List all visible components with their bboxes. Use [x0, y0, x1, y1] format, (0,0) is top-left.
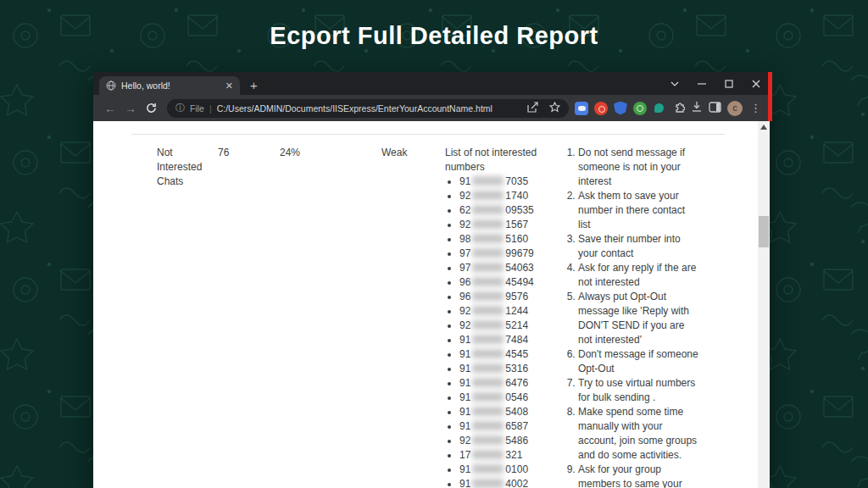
url-text: C:/Users/ADMIN/Documents/IISExpress/Ente…	[217, 103, 492, 114]
maximize-button[interactable]	[715, 72, 743, 95]
phone-number-item: 916476	[459, 376, 548, 391]
phone-number-item: 914002	[459, 477, 548, 488]
privacy-blur	[472, 248, 504, 258]
phone-number-item: 917035	[459, 175, 548, 189]
privacy-blur	[472, 378, 504, 387]
red-edge-marker	[768, 72, 772, 121]
page-info-icon[interactable]: ⓘ	[175, 102, 185, 114]
privacy-blur	[472, 392, 504, 402]
privacy-blur	[472, 450, 504, 459]
scroll-up-arrow-icon[interactable]	[760, 125, 767, 130]
extensions-area: c ⋮	[575, 100, 763, 117]
url-scheme: File	[190, 103, 204, 114]
extensions-puzzle-icon[interactable]	[671, 100, 685, 117]
phone-number-item: 17321	[459, 448, 548, 463]
privacy-blur	[472, 277, 504, 286]
privacy-blur	[472, 320, 504, 330]
address-bar[interactable]: ⓘ File | C:/Users/ADMIN/Documents/IISExp…	[167, 99, 569, 118]
url-separator: |	[209, 103, 212, 114]
advice-item: Ask for any reply if the are not interes…	[578, 261, 700, 290]
phone-number-item: 985160	[459, 232, 548, 247]
numbers-column: List of not interested numbers 917035 92…	[445, 146, 548, 488]
advice-item: Do not send message if someone is not in…	[578, 146, 700, 189]
phone-number-item: 9754063	[459, 261, 548, 275]
privacy-blur	[472, 191, 504, 200]
side-panel-icon[interactable]	[709, 101, 721, 116]
advice-list: Do not send message if someone is not in…	[565, 146, 700, 488]
ext-video-downloader-icon[interactable]	[575, 102, 588, 115]
chevron-down-icon[interactable]	[661, 72, 688, 95]
bookmark-star-icon[interactable]	[549, 101, 560, 116]
privacy-blur	[472, 363, 504, 373]
phone-number-item: 9799679	[459, 247, 548, 261]
phone-number-item: 910100	[459, 463, 548, 477]
forward-button[interactable]: →	[120, 98, 141, 119]
row-label: Not Interested Chats	[157, 146, 211, 189]
window-controls	[661, 72, 770, 95]
phone-number-item: 921740	[459, 189, 548, 203]
privacy-blur	[472, 407, 504, 416]
privacy-blur	[472, 219, 504, 229]
advice-item: Ask them to save your number in there co…	[578, 189, 700, 232]
phone-number-item: 914545	[459, 347, 548, 362]
phone-number-item: 916587	[459, 419, 548, 434]
tab-close-icon[interactable]: ✕	[225, 81, 233, 91]
privacy-blur	[472, 349, 504, 358]
report-page: Not Interested Chats 76 24% Weak List of…	[93, 121, 770, 488]
privacy-blur	[472, 291, 504, 301]
ext-shield-icon[interactable]	[614, 102, 627, 115]
close-window-button[interactable]	[743, 72, 770, 95]
advice-item: Save their number into your contact	[578, 232, 700, 261]
table-row-divider	[131, 134, 725, 135]
scrollbar-thumb[interactable]	[759, 216, 769, 247]
profile-avatar[interactable]: c	[727, 101, 743, 116]
omnibox-actions	[527, 101, 560, 116]
advice-item: Always put Opt-Out message like 'Reply w…	[578, 290, 700, 347]
not-interested-numbers-list: 917035 921740 6209535 921567 985160 9799…	[445, 175, 548, 488]
ext-adblock-icon[interactable]	[594, 102, 608, 115]
minimize-button[interactable]	[688, 72, 715, 95]
row-count: 76	[218, 146, 229, 160]
tab-title: Hello, world!	[121, 80, 220, 91]
share-icon[interactable]	[527, 101, 539, 116]
page-scrollbar[interactable]	[758, 121, 770, 488]
download-icon[interactable]	[691, 101, 703, 116]
page-title: Ecport Full Detailed Report	[0, 22, 868, 50]
ext-green-icon[interactable]	[633, 102, 647, 115]
browser-tab[interactable]: Hello, world! ✕	[99, 76, 240, 95]
advice-item: Don't message if someone Opt-Out	[578, 347, 700, 376]
advice-column: Do not send message if someone is not in…	[565, 146, 700, 488]
privacy-blur	[472, 421, 504, 430]
reload-button[interactable]	[141, 98, 161, 119]
row-strength: Weak	[381, 146, 407, 160]
phone-number-item: 925486	[459, 434, 548, 448]
privacy-blur	[472, 205, 504, 214]
new-tab-button[interactable]: +	[250, 79, 258, 92]
phone-number-item: 915408	[459, 405, 548, 419]
phone-number-item: 9645494	[459, 275, 548, 290]
phone-number-item: 969576	[459, 290, 548, 304]
ext-teal-icon[interactable]	[654, 103, 664, 113]
row-percent: 24%	[280, 146, 300, 160]
privacy-blur	[472, 435, 504, 445]
desktop-stage: Ecport Full Detailed Report Hello, world…	[0, 0, 868, 488]
privacy-blur	[472, 335, 504, 344]
phone-number-item: 6209535	[459, 203, 548, 218]
privacy-blur	[472, 263, 504, 272]
numbers-list-title: List of not interested numbers	[445, 146, 548, 175]
phone-number-item: 917484	[459, 333, 548, 347]
menu-kebab-icon[interactable]: ⋮	[748, 102, 763, 114]
phone-number-item: 915316	[459, 362, 548, 376]
privacy-blur	[472, 234, 504, 243]
phone-number-item: 921244	[459, 304, 548, 319]
tab-strip: Hello, world! ✕ +	[93, 72, 770, 95]
back-button[interactable]: ←	[100, 98, 120, 119]
advice-item: Ask for your group members to same your	[578, 463, 700, 488]
privacy-blur	[472, 464, 504, 474]
phone-number-item: 921567	[459, 218, 548, 232]
phone-number-item: 910546	[459, 391, 548, 405]
privacy-blur	[472, 306, 504, 315]
browser-toolbar: ← → ⓘ File | C:/Users/ADMIN/Documents/II…	[93, 95, 770, 121]
browser-window: Hello, world! ✕ + ←	[93, 72, 770, 488]
globe-favicon-icon	[106, 80, 116, 91]
